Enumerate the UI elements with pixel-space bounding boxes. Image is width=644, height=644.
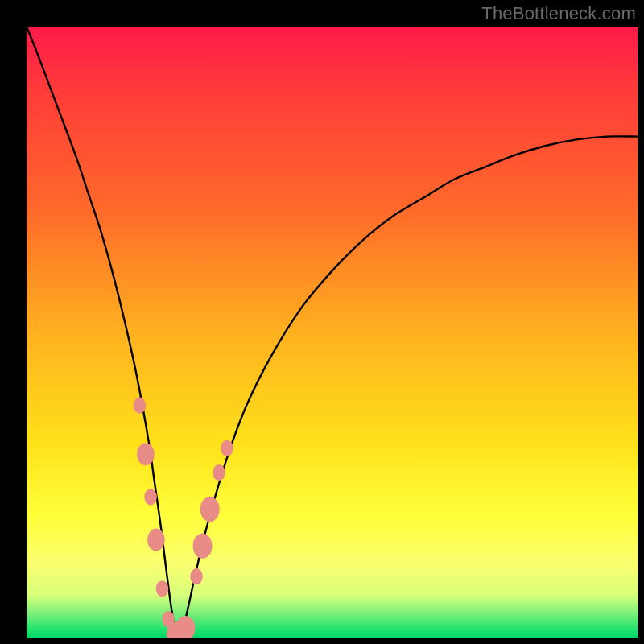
bottleneck-curve-svg xyxy=(27,27,638,638)
chart-stage: TheBottleneck.com xyxy=(0,0,644,644)
marker-dot xyxy=(147,529,165,551)
marker-group xyxy=(134,397,233,638)
marker-dot xyxy=(200,497,220,522)
marker-dot xyxy=(137,443,155,465)
marker-dot xyxy=(221,440,233,456)
marker-dot xyxy=(193,534,213,559)
watermark-text: TheBottleneck.com xyxy=(481,3,636,24)
plot-area xyxy=(27,27,638,638)
marker-dot xyxy=(213,464,225,481)
marker-dot xyxy=(175,616,195,638)
marker-dot xyxy=(190,568,203,584)
marker-dot xyxy=(144,489,157,505)
marker-dot xyxy=(156,580,169,597)
marker-dot xyxy=(134,397,147,413)
bottleneck-curve xyxy=(27,27,638,638)
